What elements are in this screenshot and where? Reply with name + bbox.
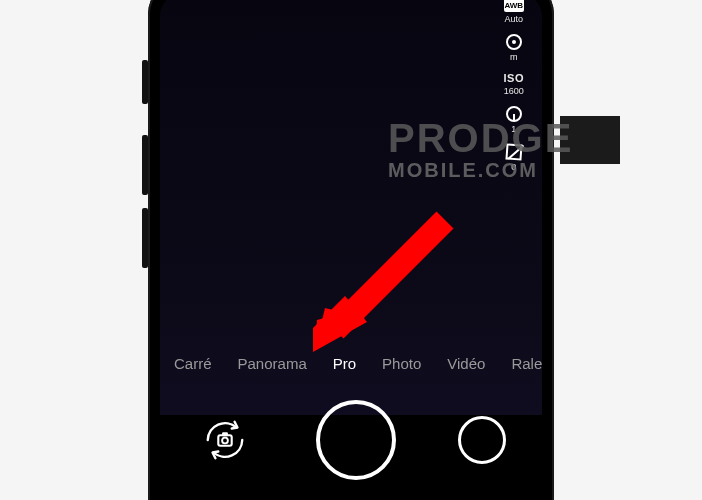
mode-ralenti[interactable]: Rale	[511, 355, 542, 372]
camera-bottom-bar	[160, 386, 542, 494]
camera-mode-strip[interactable]: Carré Panorama Pro Photo Vidéo Rale	[160, 346, 542, 380]
focus-icon	[506, 34, 522, 50]
mode-carre[interactable]: Carré	[174, 355, 212, 372]
exposure-label: 0	[511, 162, 516, 172]
phone-side-button	[142, 60, 148, 104]
awb-icon: AWB	[504, 0, 524, 12]
switch-camera-button[interactable]	[196, 411, 254, 469]
timer-icon	[506, 106, 522, 122]
svg-rect-1	[222, 432, 228, 436]
shutter-button[interactable]	[316, 400, 396, 480]
mode-pro[interactable]: Pro	[333, 355, 356, 372]
shutter-speed-label: 1	[511, 124, 516, 134]
last-photo-thumbnail[interactable]	[458, 416, 506, 464]
exposure-comp-control[interactable]: 0	[506, 144, 522, 172]
phone-side-button	[142, 208, 148, 268]
shutter-speed-control[interactable]: 1	[506, 106, 522, 134]
focus-control[interactable]: m	[506, 34, 522, 62]
pro-controls-column: AWB Auto m ISO 1600 1 0	[504, 0, 524, 172]
switch-camera-icon	[202, 417, 248, 463]
iso-value: 1600	[504, 86, 524, 96]
mode-photo[interactable]: Photo	[382, 355, 421, 372]
camera-viewfinder: AWB Auto m ISO 1600 1 0 Carré Panorama P…	[160, 0, 542, 500]
exposure-icon	[505, 143, 522, 160]
phone-side-button	[142, 135, 148, 195]
iso-control[interactable]: ISO 1600	[504, 72, 524, 96]
mode-video[interactable]: Vidéo	[447, 355, 485, 372]
awb-label: Auto	[505, 14, 524, 24]
iso-title: ISO	[504, 72, 524, 84]
awb-control[interactable]: AWB Auto	[504, 0, 524, 24]
watermark-dark-block	[560, 116, 620, 164]
focus-label: m	[510, 52, 518, 62]
mode-panorama[interactable]: Panorama	[238, 355, 307, 372]
svg-point-2	[222, 438, 228, 444]
